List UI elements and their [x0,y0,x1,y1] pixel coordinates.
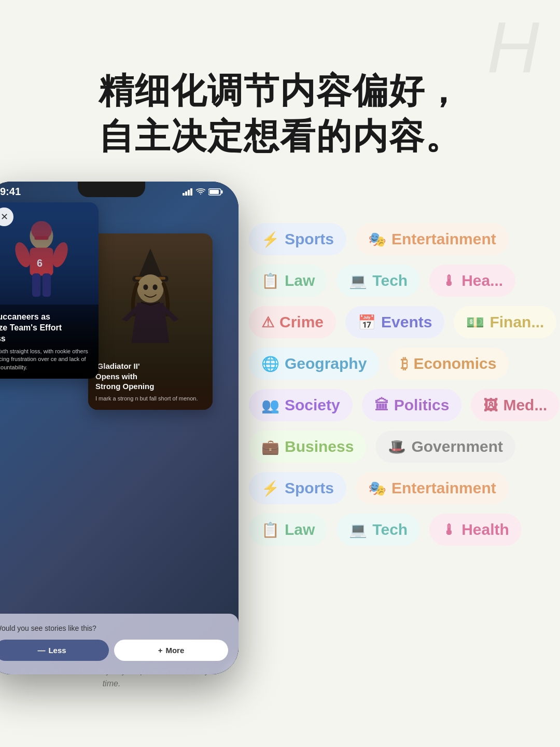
cat-politics[interactable]: 🏛 Politics [362,389,462,421]
media-icon: 🖼 [483,397,498,414]
cat-entertainment-label: Entertainment [391,230,496,248]
economics-icon: ₿ [401,355,408,372]
health-icon-2: 🌡 [442,521,456,538]
cat-row-5: 👥 Society 🏛 Politics 🖼 Med... [249,389,560,421]
svg-rect-2 [188,190,190,196]
battery-icon [208,188,223,196]
less-button[interactable]: — Less [0,640,109,661]
svg-rect-3 [190,188,192,196]
entertainment-icon: 🎭 [368,231,386,248]
cat-sports-label: Sports [285,230,334,248]
card2-title: 'Gladiator II'Opens withStrong Opening [95,361,205,392]
cat-health-2[interactable]: 🌡 Health [429,514,522,546]
finance-icon: 💵 [466,314,484,331]
status-icons [183,188,223,196]
card1-content: Buccaneers ascize Team's Effortess a six… [0,305,99,379]
svg-rect-5 [221,190,223,193]
phone-mockup: 9:41 [0,182,239,700]
cat-government[interactable]: 🎩 Government [375,431,515,463]
cat-economics[interactable]: ₿ Economics [388,348,509,380]
cat-politics-label: Politics [394,396,450,414]
cat-tech[interactable]: 💻 Tech [337,265,420,297]
cat-crime[interactable]: ⚠ Crime [249,306,336,338]
cat-business[interactable]: 💼 Business [249,431,366,463]
cat-geography-label: Geography [285,355,367,372]
cat-row-7: ⚡ Sports 🎭 Entertainment [249,472,560,504]
cat-law-2-label: Law [285,521,315,538]
cat-row-1: ⚡ Sports 🎭 Entertainment [249,223,560,255]
sports-icon-2: ⚡ [261,480,279,497]
cat-health-partial[interactable]: 🌡 Hea... [429,265,515,297]
cat-events-label: Events [381,313,432,331]
cat-law-label: Law [285,272,315,289]
cat-sports[interactable]: ⚡ Sports [249,223,346,255]
law-icon-2: 📋 [261,521,279,538]
cat-health-2-label: Health [461,521,509,538]
bottom-buttons: — Less + More [0,640,228,661]
close-icon: ✕ [1,211,8,223]
cat-entertainment-2[interactable]: 🎭 Entertainment [356,472,509,504]
signal-icon [183,188,193,196]
cat-media-label: Med... [503,396,547,414]
more-button[interactable]: + More [114,640,228,661]
crime-icon: ⚠ [261,314,274,331]
tech-icon: 💻 [349,272,367,289]
cat-health-partial-label: Hea... [461,272,503,289]
card1-title: Buccaneers ascize Team's Effortess [0,312,91,344]
cat-row-6: 💼 Business 🎩 Government [249,431,560,463]
geography-icon: 🌐 [261,355,279,372]
cat-finance[interactable]: 💵 Finan... [454,306,556,338]
bottom-panel: Would you see stories like this? — Less … [0,614,239,674]
cat-tech-2-label: Tech [372,521,408,538]
events-icon: 📅 [358,314,376,331]
society-icon: 👥 [261,397,279,414]
phone-screen: 9:41 [0,182,239,674]
government-icon: 🎩 [388,438,406,455]
more-label: More [165,646,184,655]
cat-finance-label: Finan... [489,313,544,331]
title-line2: 自主决定想看的内容。 [99,116,461,156]
cat-events[interactable]: 📅 Events [345,306,444,338]
cat-law[interactable]: 📋 Law [249,265,327,297]
news-card-halloween[interactable]: 'Gladiator II'Opens withStrong Opening I… [88,233,213,410]
law-icon: 📋 [261,272,279,289]
card2-content: 'Gladiator II'Opens withStrong Opening I… [88,354,213,410]
cat-row-4: 🌐 Geography ₿ Economics [249,348,560,380]
phone-body: 9:41 [0,182,239,674]
title-line1: 精细化调节内容偏好， [99,71,461,110]
cat-sports-2-label: Sports [285,479,334,497]
categories-grid: ⚡ Sports 🎭 Entertainment 📋 Law 💻 Tech 🌡 … [249,223,560,555]
card1-desc: a sixth straight loss, with rookie other… [0,348,91,371]
cat-crime-label: Crime [279,313,324,331]
cat-row-3: ⚠ Crime 📅 Events 💵 Finan... [249,306,560,338]
card2-desc: I mark a strong n but fall short of meno… [95,395,205,403]
status-time: 9:41 [0,186,21,198]
cat-society[interactable]: 👥 Society [249,389,353,421]
bottom-question: Would you see stories like this? [0,624,228,632]
news-card-football[interactable]: 6 Buccaneers ascize Team's Effortess a s… [0,202,99,379]
more-icon: + [158,646,163,655]
wifi-icon [196,188,205,196]
politics-icon: 🏛 [374,397,389,414]
tech-icon-2: 💻 [349,521,367,538]
cat-sports-2[interactable]: ⚡ Sports [249,472,346,504]
cat-entertainment-2-label: Entertainment [391,479,496,497]
cat-law-2[interactable]: 📋 Law [249,514,327,546]
cat-row-8: 📋 Law 💻 Tech 🌡 Health [249,514,560,546]
cat-tech-label: Tech [372,272,408,289]
cat-entertainment[interactable]: 🎭 Entertainment [356,223,509,255]
title-section: 精细化调节内容偏好， 自主决定想看的内容。 [0,67,560,159]
sports-icon: ⚡ [261,231,279,248]
cat-business-label: Business [285,438,354,455]
less-icon: — [37,646,45,655]
cat-geography[interactable]: 🌐 Geography [249,348,379,380]
svg-rect-1 [185,191,187,196]
cat-media[interactable]: 🖼 Med... [471,389,559,421]
svg-rect-6 [209,190,219,194]
cat-government-label: Government [411,438,503,455]
cat-row-2: 📋 Law 💻 Tech 🌡 Hea... [249,265,560,297]
svg-rect-0 [183,193,185,196]
less-label: Less [48,646,66,655]
health-icon: 🌡 [442,272,456,289]
cat-tech-2[interactable]: 💻 Tech [337,514,420,546]
